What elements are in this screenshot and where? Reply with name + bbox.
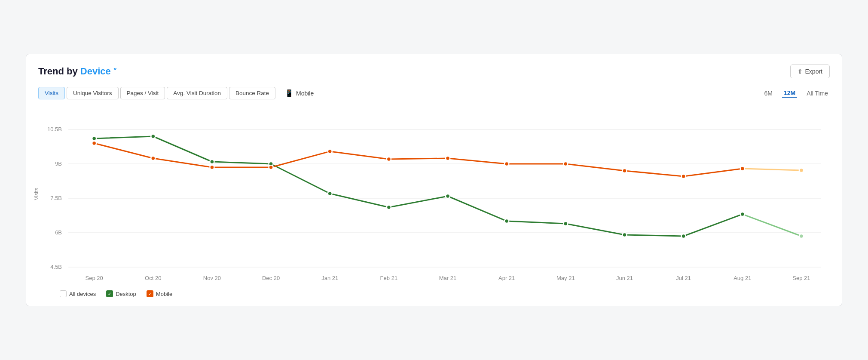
tabs-row: Visits Unique Visitors Pages / Visit Avg… (38, 87, 830, 99)
mobile-dot-sep20 (92, 141, 96, 145)
svg-text:9B: 9B (55, 160, 62, 167)
title-device[interactable]: Device (80, 66, 111, 77)
mobile-line-solid (94, 143, 743, 176)
mobile-dot-apr21 (504, 162, 509, 166)
desktop-dot-may21 (563, 222, 568, 226)
desktop-dot-jan21 (328, 191, 332, 196)
checkmark-icon: ✓ (108, 292, 111, 296)
tab-unique-visitors[interactable]: Unique Visitors (67, 87, 119, 99)
export-icon: ⇧ (798, 68, 803, 75)
main-card: Trend by Device ˅ ⇧ Export Visits Unique… (26, 54, 842, 306)
svg-text:4.5B: 4.5B (50, 264, 62, 270)
svg-text:6B: 6B (55, 229, 62, 236)
export-button[interactable]: ⇧ Export (790, 65, 830, 78)
svg-text:Feb 21: Feb 21 (380, 275, 398, 281)
tab-bounce-rate[interactable]: Bounce Rate (229, 87, 275, 99)
title-prefix: Trend by (38, 66, 80, 77)
desktop-dot-mar21 (446, 194, 450, 198)
svg-text:10.5B: 10.5B (47, 126, 62, 132)
tabs-left: Visits Unique Visitors Pages / Visit Avg… (38, 87, 314, 99)
device-filter-label: Mobile (296, 90, 314, 97)
legend-desktop-label: Desktop (116, 291, 136, 297)
legend-desktop[interactable]: ✓ Desktop (106, 290, 136, 297)
mobile-dot-mar21 (446, 156, 450, 160)
time-12m-button[interactable]: 12M (782, 89, 797, 98)
svg-text:May 21: May 21 (556, 275, 575, 281)
legend-mobile-box: ✓ (147, 290, 153, 297)
mobile-dot-jul21 (682, 174, 686, 178)
legend-mobile-label: Mobile (156, 291, 172, 297)
svg-text:Dec 20: Dec 20 (262, 275, 280, 281)
mobile-dot-oct20 (151, 156, 155, 160)
time-alltime-button[interactable]: All Time (805, 89, 830, 98)
mobile-dot-jun21 (622, 169, 627, 173)
mobile-dot-may21 (563, 162, 568, 166)
chevron-down-icon: ˅ (111, 68, 117, 76)
header-row: Trend by Device ˅ ⇧ Export (38, 65, 830, 78)
desktop-dot-sep21 (799, 234, 804, 238)
desktop-dot-apr21 (504, 219, 509, 223)
mobile-dot-jan21 (328, 149, 332, 154)
tab-visits[interactable]: Visits (38, 87, 65, 99)
page-title: Trend by Device ˅ (38, 66, 117, 77)
mobile-dot-sep21 (799, 168, 804, 172)
svg-text:Jul 21: Jul 21 (676, 275, 691, 281)
mobile-dot-dec20 (269, 165, 273, 169)
legend-all-devices-box (60, 290, 67, 297)
svg-text:Aug 21: Aug 21 (734, 275, 751, 281)
mobile-dot-nov20 (210, 165, 214, 169)
legend-mobile[interactable]: ✓ Mobile (147, 290, 172, 297)
desktop-dot-jul21 (682, 234, 686, 238)
mobile-icon: 📱 (285, 89, 293, 97)
svg-text:Mar 21: Mar 21 (439, 275, 456, 281)
time-6m-button[interactable]: 6M (763, 89, 774, 98)
mobile-dot-aug21 (740, 166, 745, 171)
export-label: Export (805, 68, 822, 75)
desktop-dot-jun21 (622, 233, 627, 237)
chart-legend: All devices ✓ Desktop ✓ Mobile (38, 290, 830, 297)
svg-text:7.5B: 7.5B (50, 195, 62, 201)
mobile-dot-feb21 (387, 157, 391, 161)
svg-text:Jan 21: Jan 21 (321, 275, 338, 281)
y-axis-label: Visits (34, 188, 40, 200)
desktop-dot-oct20 (151, 134, 155, 138)
mobile-line-faded (743, 169, 801, 170)
legend-desktop-box: ✓ (106, 290, 113, 297)
tab-pages-per-visit[interactable]: Pages / Visit (120, 87, 165, 99)
line-chart: .grid-line { stroke: #e8e8e8; stroke-wid… (38, 104, 830, 284)
svg-text:Sep 20: Sep 20 (86, 275, 103, 281)
svg-text:Oct 20: Oct 20 (145, 275, 161, 281)
svg-text:Nov 20: Nov 20 (203, 275, 221, 281)
desktop-dot-nov20 (210, 160, 214, 164)
desktop-dot-aug21 (740, 212, 745, 216)
svg-text:Sep 21: Sep 21 (792, 275, 810, 281)
legend-all-devices[interactable]: All devices (60, 290, 96, 297)
device-filter[interactable]: 📱 Mobile (285, 89, 314, 97)
desktop-dot-feb21 (387, 205, 391, 209)
desktop-line-solid (94, 136, 743, 236)
chart-area: Visits .grid-line { stroke: #e8e8e8; str… (38, 104, 830, 284)
svg-text:Jun 21: Jun 21 (616, 275, 633, 281)
checkmark-icon-mobile: ✓ (148, 292, 152, 296)
tab-avg-visit-duration[interactable]: Avg. Visit Duration (167, 87, 227, 99)
svg-text:Apr 21: Apr 21 (498, 275, 515, 281)
time-range-controls: 6M 12M All Time (763, 89, 830, 98)
desktop-dot-sep20 (92, 136, 96, 141)
legend-all-devices-label: All devices (69, 291, 96, 297)
